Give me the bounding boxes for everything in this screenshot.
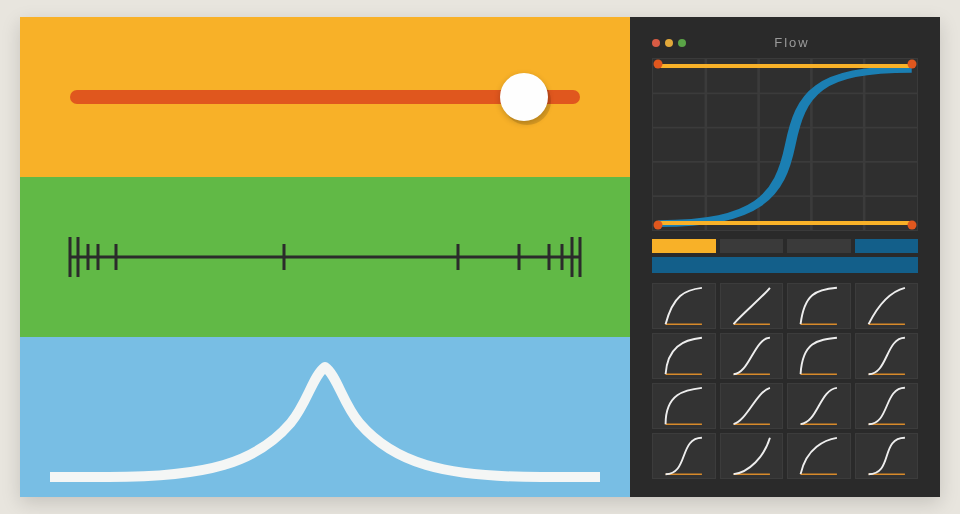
- preset-ease-in[interactable]: [720, 433, 784, 479]
- preset-ease-out-steep[interactable]: [787, 333, 851, 379]
- editor-range-bottom[interactable]: [659, 221, 911, 225]
- preset-ease-out-wide[interactable]: [787, 433, 851, 479]
- inspector-titlebar: Flow: [652, 35, 918, 50]
- tick: [548, 244, 551, 270]
- editor-curve-path: [658, 69, 911, 223]
- curve-handle[interactable]: [907, 221, 916, 230]
- zoom-icon[interactable]: [678, 39, 686, 47]
- preset-ease-in-out-strong[interactable]: [855, 433, 919, 479]
- preset-s-curve[interactable]: [855, 333, 919, 379]
- preset-ease-in-out-soft[interactable]: [720, 383, 784, 429]
- preset-ease-out-cubic[interactable]: [652, 333, 716, 379]
- main-slider[interactable]: [70, 77, 580, 117]
- preset-ease-out-expo[interactable]: [652, 383, 716, 429]
- curve-handle[interactable]: [907, 60, 916, 69]
- preset-s-curve-2[interactable]: [652, 433, 716, 479]
- duration-bar[interactable]: [652, 257, 918, 273]
- tick: [76, 237, 79, 277]
- app-stage: Flow: [20, 17, 940, 497]
- inspector-panel: Flow: [630, 17, 940, 497]
- tick: [571, 237, 574, 277]
- tick: [114, 244, 117, 270]
- bell-curve: [50, 353, 600, 483]
- tick: [517, 244, 520, 270]
- preset-grid: [652, 283, 918, 479]
- tab-row: [652, 239, 918, 253]
- preset-ease-in-out[interactable]: [720, 333, 784, 379]
- tab-0[interactable]: [652, 239, 716, 253]
- inspector-title: Flow: [686, 35, 898, 50]
- slider-panel: [20, 17, 630, 177]
- tick: [97, 244, 100, 270]
- preset-ease-out-strong[interactable]: [787, 283, 851, 329]
- tick: [561, 244, 564, 270]
- number-line[interactable]: [70, 237, 580, 277]
- curve-handle[interactable]: [654, 60, 663, 69]
- preview-column: [20, 17, 630, 497]
- minimize-icon[interactable]: [665, 39, 673, 47]
- tab-3[interactable]: [855, 239, 919, 253]
- preset-ease-out[interactable]: [652, 283, 716, 329]
- curve-handle[interactable]: [654, 221, 663, 230]
- tick: [456, 244, 459, 270]
- traffic-lights: [652, 39, 686, 47]
- curve-panel: [20, 337, 630, 497]
- tab-2[interactable]: [787, 239, 851, 253]
- editor-range-top[interactable]: [659, 64, 911, 68]
- preset-linear-fast[interactable]: [720, 283, 784, 329]
- tick: [69, 237, 72, 277]
- bell-curve-path: [50, 367, 600, 477]
- curve-editor-grid: [653, 59, 917, 230]
- tick: [283, 244, 286, 270]
- curve-editor[interactable]: [652, 58, 918, 231]
- number-line-axis: [70, 256, 580, 259]
- numberline-panel: [20, 177, 630, 337]
- tab-1[interactable]: [720, 239, 784, 253]
- preset-ease-io-steep[interactable]: [855, 383, 919, 429]
- preset-ease-out-quad[interactable]: [855, 283, 919, 329]
- slider-thumb[interactable]: [500, 73, 548, 121]
- tick: [86, 244, 89, 270]
- preset-ease-io-mid[interactable]: [787, 383, 851, 429]
- tick: [579, 237, 582, 277]
- close-icon[interactable]: [652, 39, 660, 47]
